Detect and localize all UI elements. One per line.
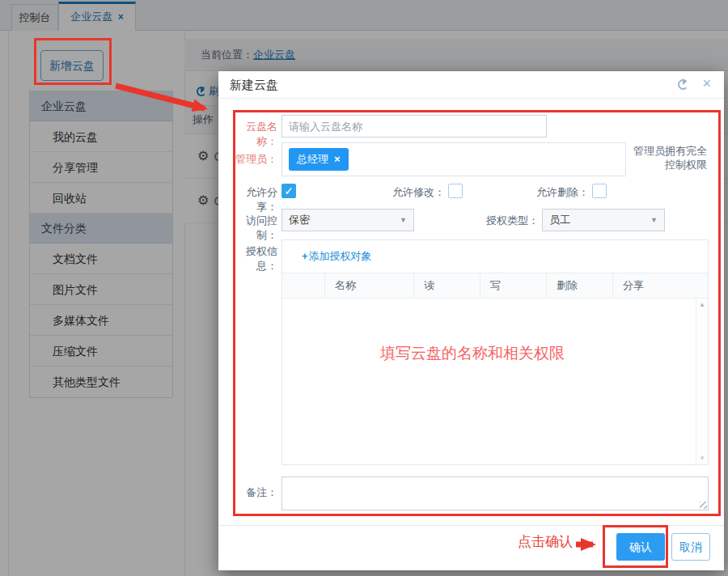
dialog-header: 新建云盘 × xyxy=(218,71,724,99)
auth-info-panel: +添加授权对象 名称 读 写 删除 分享 ▲ ▼ xyxy=(281,239,709,465)
dialog-close-icon[interactable]: × xyxy=(702,75,711,92)
chevron-down-icon: ▼ xyxy=(400,210,407,231)
add-auth-target-link[interactable]: +添加授权对象 xyxy=(302,249,372,264)
dialog-title: 新建云盘 xyxy=(230,71,278,99)
auth-column-name: 名称 xyxy=(324,273,413,298)
auth-column-delete: 删除 xyxy=(546,273,612,298)
add-auth-target-label: 添加授权对象 xyxy=(309,250,372,262)
admin-field[interactable]: 总经理× xyxy=(281,142,626,176)
auth-info-label: 授权信息： xyxy=(230,244,277,273)
allow-share-checkbox[interactable]: ✓ xyxy=(281,184,296,198)
admin-note-line2: 控制权限 xyxy=(628,158,707,172)
allow-modify-checkbox[interactable]: ✓ xyxy=(448,184,463,198)
auth-table-header: 名称 读 写 删除 分享 xyxy=(282,273,708,299)
auth-column-write: 写 xyxy=(480,273,546,298)
auth-type-label: 授权类型： xyxy=(485,214,539,228)
auth-type-value: 员工 xyxy=(549,214,570,226)
auth-type-select[interactable]: 员工 ▼ xyxy=(542,209,665,231)
chevron-down-icon: ▼ xyxy=(650,210,658,231)
resize-grip[interactable] xyxy=(700,502,707,509)
dialog-footer: 确认 取消 xyxy=(218,525,724,570)
disk-name-label: 云盘名称： xyxy=(230,120,277,149)
auth-column-read: 读 xyxy=(413,273,480,298)
access-control-value: 保密 xyxy=(289,214,310,226)
tag-remove-icon[interactable]: × xyxy=(334,153,341,165)
dialog-refresh-icon[interactable] xyxy=(678,79,688,90)
admin-permission-note: 管理员拥有完全 控制权限 xyxy=(628,144,707,172)
cancel-button[interactable]: 取消 xyxy=(671,533,710,561)
confirm-button[interactable]: 确认 xyxy=(616,533,665,561)
admin-tag: 总经理× xyxy=(289,148,349,171)
auth-table-scrollbar[interactable]: ▲ ▼ xyxy=(696,299,708,464)
admin-label: 管理员： xyxy=(230,152,277,167)
admin-note-line1: 管理员拥有完全 xyxy=(628,144,707,158)
allow-delete-checkbox[interactable]: ✓ xyxy=(592,184,607,198)
remark-label: 备注： xyxy=(230,485,277,500)
check-icon: ✓ xyxy=(282,184,295,197)
plus-icon: + xyxy=(302,250,308,262)
admin-tag-label: 总经理 xyxy=(297,153,328,165)
access-control-label: 访问控制： xyxy=(230,214,277,243)
access-control-select[interactable]: 保密 ▼ xyxy=(281,209,414,231)
remark-textarea[interactable] xyxy=(281,476,709,510)
allow-share-label: 允许分享： xyxy=(230,185,277,214)
disk-name-input[interactable] xyxy=(281,115,547,138)
create-cloud-disk-dialog: 新建云盘 × 云盘名称： 管理员： 总经理× 管理员拥有完全 控制权限 允许分享… xyxy=(218,71,724,570)
scroll-up-icon[interactable]: ▲ xyxy=(696,301,708,308)
scroll-down-icon[interactable]: ▼ xyxy=(696,455,708,462)
allow-delete-label: 允许删除： xyxy=(529,185,589,200)
auth-column-share: 分享 xyxy=(612,273,701,298)
allow-modify-label: 允许修改： xyxy=(385,185,445,200)
